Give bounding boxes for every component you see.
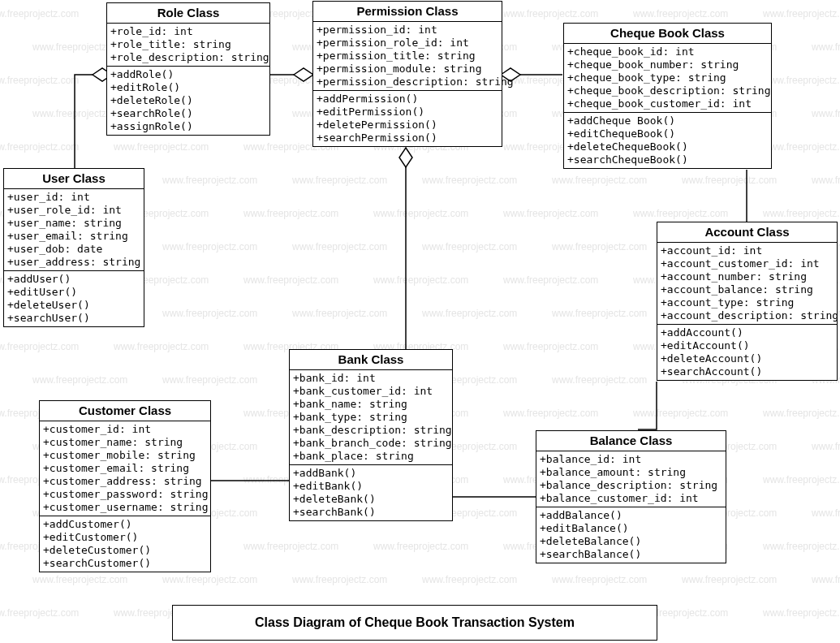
watermark-text: www.freeprojectz.com: [812, 507, 840, 519]
class-attributes: +cheque_book_id: int+cheque_book_number:…: [564, 44, 771, 113]
watermark-text: www.freeprojectz.com: [812, 441, 840, 452]
uml-class-chequebook: Cheque Book Class +cheque_book_id: int+c…: [563, 23, 772, 169]
watermark-text: www.freeprojectz.com: [552, 241, 647, 252]
watermark-text: www.freeprojectz.com: [0, 8, 79, 19]
uml-class-bank: Bank Class +bank_id: int+bank_customer_i…: [289, 349, 453, 521]
watermark-text: www.freeprojectz.com: [763, 474, 840, 485]
watermark-text: www.freeprojectz.com: [292, 241, 387, 252]
diagram-canvas: www.freeprojectz.comwww.freeprojectz.com…: [0, 0, 840, 643]
watermark-text: www.freeprojectz.com: [633, 208, 728, 219]
watermark-text: www.freeprojectz.com: [503, 408, 598, 419]
watermark-text: www.freeprojectz.com: [162, 175, 257, 186]
watermark-text: www.freeprojectz.com: [552, 374, 647, 386]
class-operations: +addPermission()+editPermission()+delete…: [313, 91, 502, 146]
watermark-text: www.freeprojectz.com: [422, 175, 517, 186]
class-attributes: +customer_id: int+customer_name: string+…: [40, 421, 210, 516]
class-title: Bank Class: [290, 350, 452, 370]
class-title: Role Class: [107, 3, 269, 24]
watermark-text: www.freeprojectz.com: [422, 574, 517, 585]
watermark-text: www.freeprojectz.com: [682, 574, 777, 585]
watermark-text: www.freeprojectz.com: [243, 274, 338, 286]
watermark-text: www.freeprojectz.com: [812, 108, 840, 119]
watermark-text: www.freeprojectz.com: [552, 308, 647, 319]
watermark-text: www.freeprojectz.com: [0, 341, 79, 352]
watermark-text: www.freeprojectz.com: [503, 274, 598, 286]
watermark-text: www.freeprojectz.com: [373, 274, 468, 286]
watermark-text: www.freeprojectz.com: [763, 141, 840, 153]
watermark-text: www.freeprojectz.com: [812, 41, 840, 53]
uml-class-account: Account Class +account_id: int+account_c…: [657, 222, 838, 381]
uml-class-customer: Customer Class +customer_id: int+custome…: [39, 400, 211, 572]
watermark-text: www.freeprojectz.com: [114, 141, 209, 153]
watermark-text: www.freeprojectz.com: [162, 308, 257, 319]
uml-class-user: User Class +user_id: int+user_role_id: i…: [3, 168, 144, 327]
watermark-text: www.freeprojectz.com: [763, 75, 840, 86]
class-attributes: +role_id: int+role_title: string+role_de…: [107, 24, 269, 67]
class-attributes: +balance_id: int+balance_amount: string+…: [536, 451, 726, 507]
watermark-text: www.freeprojectz.com: [373, 541, 468, 552]
class-operations: +addBalance()+editBalance()+deleteBalanc…: [536, 507, 726, 563]
watermark-text: www.freeprojectz.com: [292, 175, 387, 186]
class-operations: +addCheque Book()+editChequeBook()+delet…: [564, 113, 771, 168]
class-attributes: +permission_id: int+permission_role_id: …: [313, 22, 502, 91]
uml-class-permission: Permission Class +permission_id: int+per…: [312, 1, 502, 147]
class-attributes: +bank_id: int+bank_customer_id: int+bank…: [290, 370, 452, 465]
watermark-text: www.freeprojectz.com: [503, 8, 598, 19]
watermark-text: www.freeprojectz.com: [243, 208, 338, 219]
watermark-text: www.freeprojectz.com: [552, 175, 647, 186]
watermark-text: www.freeprojectz.com: [0, 607, 79, 619]
watermark-text: www.freeprojectz.com: [763, 8, 840, 19]
watermark-text: www.freeprojectz.com: [682, 175, 777, 186]
watermark-text: www.freeprojectz.com: [373, 208, 468, 219]
class-title: Account Class: [657, 222, 837, 243]
watermark-text: www.freeprojectz.com: [552, 574, 647, 585]
class-title: Balance Class: [536, 431, 726, 451]
watermark-text: www.freeprojectz.com: [763, 408, 840, 419]
uml-class-balance: Balance Class +balance_id: int+balance_a…: [536, 430, 726, 563]
watermark-text: www.freeprojectz.com: [812, 574, 840, 585]
watermark-text: www.freeprojectz.com: [32, 374, 127, 386]
watermark-text: www.freeprojectz.com: [243, 541, 338, 552]
diagram-caption: Class Diagram of Cheque Book Transaction…: [172, 605, 657, 641]
watermark-text: www.freeprojectz.com: [162, 574, 257, 585]
watermark-text: www.freeprojectz.com: [162, 374, 257, 386]
watermark-text: www.freeprojectz.com: [503, 341, 598, 352]
watermark-text: www.freeprojectz.com: [292, 574, 387, 585]
watermark-text: www.freeprojectz.com: [633, 8, 728, 19]
watermark-text: www.freeprojectz.com: [0, 141, 79, 153]
watermark-text: www.freeprojectz.com: [812, 175, 840, 186]
class-attributes: +user_id: int+user_role_id: int+user_nam…: [4, 189, 144, 271]
class-title: Permission Class: [313, 2, 502, 22]
watermark-text: www.freeprojectz.com: [114, 341, 209, 352]
watermark-text: www.freeprojectz.com: [0, 75, 79, 86]
class-operations: +addUser()+editUser()+deleteUser()+searc…: [4, 271, 144, 326]
class-title: User Class: [4, 169, 144, 189]
class-operations: +addRole()+editRole()+deleteRole()+searc…: [107, 67, 269, 135]
uml-class-role: Role Class +role_id: int+role_title: str…: [106, 2, 270, 136]
class-attributes: +account_id: int+account_customer_id: in…: [657, 243, 837, 325]
watermark-text: www.freeprojectz.com: [633, 408, 728, 419]
class-operations: +addCustomer()+editCustomer()+deleteCust…: [40, 516, 210, 572]
watermark-text: www.freeprojectz.com: [763, 208, 840, 219]
watermark-text: www.freeprojectz.com: [32, 574, 127, 585]
class-title: Cheque Book Class: [564, 24, 771, 44]
watermark-text: www.freeprojectz.com: [763, 607, 840, 619]
watermark-text: www.freeprojectz.com: [292, 308, 387, 319]
class-operations: +addAccount()+editAccount()+deleteAccoun…: [657, 325, 837, 380]
watermark-text: www.freeprojectz.com: [503, 208, 598, 219]
class-title: Customer Class: [40, 401, 210, 421]
watermark-text: www.freeprojectz.com: [162, 241, 257, 252]
watermark-text: www.freeprojectz.com: [422, 308, 517, 319]
class-operations: +addBank()+editBank()+deleteBank()+searc…: [290, 465, 452, 520]
watermark-text: www.freeprojectz.com: [422, 241, 517, 252]
watermark-text: www.freeprojectz.com: [763, 541, 840, 552]
